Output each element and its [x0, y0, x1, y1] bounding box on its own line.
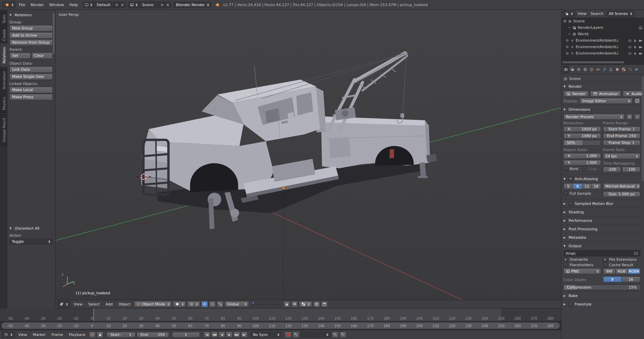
pivot-point-select[interactable]: [187, 301, 200, 307]
scene-delete-button[interactable]: ×: [165, 2, 170, 8]
display-mode-select[interactable]: Image Editor: [580, 98, 632, 104]
remap-new-field[interactable]: ‹ :100 ›: [622, 167, 640, 172]
aa-samples-11-button[interactable]: 11: [582, 183, 592, 189]
make-local-button[interactable]: Make Local: [9, 87, 53, 93]
increment-arrow-icon[interactable]: ›: [167, 333, 168, 336]
link-data-button[interactable]: Link Data: [9, 66, 53, 73]
outliner-display-mode-select[interactable]: All Scenes: [606, 11, 635, 17]
manipulator-translate-button[interactable]: [201, 301, 208, 308]
decrement-arrow-icon[interactable]: ‹: [604, 134, 605, 137]
increment-arrow-icon[interactable]: ›: [599, 154, 600, 157]
jump-to-start-button[interactable]: |◀: [204, 332, 210, 338]
timeline-menu-marker[interactable]: Marker: [30, 331, 48, 338]
snap-element-select[interactable]: [299, 301, 312, 307]
timeline-menu-frame[interactable]: Frame: [49, 331, 65, 338]
manipulator-scale-button[interactable]: [217, 301, 224, 308]
file-extensions-checkbox[interactable]: ✓: [603, 257, 607, 262]
render-animation-button[interactable]: Animation: [590, 91, 621, 97]
remove-from-group-button[interactable]: Remove from Group: [9, 39, 53, 46]
add-to-active-button[interactable]: Add to Active: [9, 32, 53, 39]
resolution-y-field[interactable]: ‹ Y: 1080 px ›: [564, 133, 601, 139]
current-frame-field[interactable]: ‹ 1 ›: [172, 332, 200, 338]
scene-selector[interactable]: Scene + ×: [128, 2, 171, 8]
scene-name[interactable]: Scene: [139, 3, 159, 7]
auto-keyframe-record-button[interactable]: [285, 332, 292, 338]
file-format-select[interactable]: PNG: [564, 268, 601, 274]
tab-render[interactable]: [563, 66, 569, 73]
new-group-button[interactable]: New Group: [9, 25, 53, 31]
delete-keyframe-button[interactable]: [340, 332, 346, 338]
increment-arrow-icon[interactable]: ›: [638, 127, 639, 131]
tab-physics[interactable]: [634, 66, 640, 73]
channels-rgb-button[interactable]: RGB: [616, 268, 628, 274]
layers-widget-group1[interactable]: [252, 302, 265, 307]
display-window-button[interactable]: [634, 98, 640, 104]
parent-clear-button[interactable]: Clear: [31, 52, 53, 59]
outliner-item-world[interactable]: • World: [561, 31, 644, 37]
menu-help[interactable]: Help: [67, 1, 80, 8]
render-panel-header[interactable]: ▼ Render: [564, 83, 640, 90]
output-panel-header[interactable]: ▼ Output: [564, 242, 640, 249]
tab-world[interactable]: [582, 66, 588, 73]
jump-to-end-button[interactable]: ▶|: [241, 332, 248, 338]
snap-toggle-button[interactable]: [291, 301, 298, 308]
decrement-arrow-icon[interactable]: ‹: [604, 192, 605, 196]
tab-particles[interactable]: [627, 66, 633, 73]
menu-render[interactable]: Render: [28, 1, 46, 8]
toolshelf-scrollbar[interactable]: [53, 13, 54, 54]
renderability-camera-icon[interactable]: [639, 39, 643, 43]
preset-add-button[interactable]: +: [626, 114, 632, 120]
motion-blur-panel-header[interactable]: ▶ Sampled Motion Blur: [564, 200, 640, 207]
sync-mode-select[interactable]: No Sync: [251, 332, 282, 338]
channels-bw-button[interactable]: BW: [603, 268, 616, 274]
frame-step-field[interactable]: ‹ Frame Step: 1 ›: [603, 140, 641, 146]
increment-arrow-icon[interactable]: ›: [619, 168, 620, 171]
decrement-arrow-icon[interactable]: ‹: [604, 168, 605, 171]
properties-scrollbar[interactable]: [642, 76, 644, 181]
outliner-item-renderlayers[interactable]: • RenderLayers: [561, 24, 644, 31]
layers-widget-group2[interactable]: [267, 302, 280, 307]
channels-rgba-button[interactable]: RGBA: [628, 268, 641, 274]
tab-relations[interactable]: Relations: [0, 43, 7, 67]
tab-constraints[interactable]: [595, 66, 601, 73]
freestyle-panel-header[interactable]: ▶ Freestyle: [564, 301, 640, 308]
end-frame-field[interactable]: ‹ End: 250 ›: [137, 332, 169, 338]
bake-panel-header[interactable]: ▶ Bake: [564, 292, 640, 299]
freestyle-checkbox[interactable]: [569, 302, 573, 306]
decrement-arrow-icon[interactable]: ‹: [565, 154, 566, 157]
border-checkbox[interactable]: [564, 167, 568, 171]
outliner-menu-search[interactable]: Search: [589, 11, 605, 17]
dimensions-panel-header[interactable]: ▼ Dimensions: [564, 106, 640, 113]
timeline-editor-type-button[interactable]: [2, 331, 15, 338]
antialiasing-checkbox[interactable]: ✓: [569, 177, 573, 181]
frame-rate-select[interactable]: 24 fps: [603, 153, 641, 159]
resolution-percentage-slider[interactable]: 50%: [564, 140, 601, 146]
placeholders-checkbox[interactable]: [564, 263, 568, 267]
manipulator-rotate-button[interactable]: [209, 301, 216, 308]
tab-scene[interactable]: [576, 66, 582, 73]
decrement-arrow-icon[interactable]: ‹: [604, 141, 605, 144]
lock-to-scene-button[interactable]: [283, 301, 290, 308]
visibility-eye-icon[interactable]: [628, 45, 632, 49]
increment-arrow-icon[interactable]: ›: [638, 192, 639, 196]
preset-remove-button[interactable]: −: [634, 114, 640, 120]
deselect-all-panel-header[interactable]: ▼ (De)select All: [9, 225, 53, 232]
editor-type-button[interactable]: [2, 1, 16, 8]
jump-prev-keyframe-button[interactable]: ◀◀: [211, 332, 218, 338]
insert-keyframe-button[interactable]: [332, 332, 339, 338]
outliner-scrollbar[interactable]: [562, 61, 624, 63]
aa-samples-16-button[interactable]: 16: [592, 183, 601, 189]
resolution-x-field[interactable]: ‹ X: 1920 px ›: [564, 126, 601, 132]
decrement-arrow-icon[interactable]: ‹: [565, 161, 566, 164]
scene-add-button[interactable]: +: [159, 2, 165, 8]
outliner-item-lamp-3[interactable]: ⊕ EnvironmentAmbientLi: [561, 50, 644, 57]
selectability-pointer-icon[interactable]: [633, 45, 637, 49]
render-engine-select[interactable]: Blender Render: [174, 2, 211, 8]
decrement-arrow-icon[interactable]: ‹: [108, 333, 109, 336]
collapse-icon[interactable]: ⊟: [563, 19, 567, 23]
screen-layout-name[interactable]: Default: [94, 3, 114, 7]
depth-16-button[interactable]: 16: [622, 276, 640, 282]
viewport-editor-type-button[interactable]: [57, 301, 70, 308]
render-button[interactable]: Render: [564, 91, 589, 97]
timeline-menu-view[interactable]: View: [16, 331, 29, 338]
